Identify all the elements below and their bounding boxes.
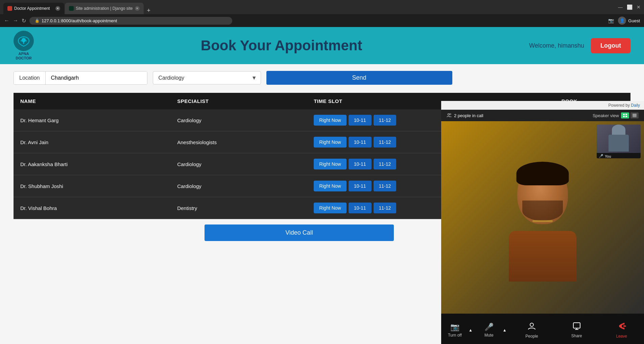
minimize-icon[interactable]: — — [618, 4, 623, 10]
thumb-person-sim — [609, 125, 629, 153]
mute-control-group: 🎤 Mute ▲ — [475, 316, 509, 344]
logo-icon — [14, 31, 34, 51]
svg-rect-2 — [623, 114, 625, 115]
share-button[interactable]: Share — [554, 316, 599, 344]
time-slot-button[interactable]: 10-11 — [349, 203, 372, 213]
mute-chevron-icon: ▲ — [503, 328, 507, 333]
view-icons — [621, 112, 639, 118]
col-name: NAME — [14, 93, 170, 109]
svg-rect-10 — [573, 323, 580, 328]
right-now-button[interactable]: Right Now — [314, 181, 347, 191]
time-slot-button[interactable]: 10-11 — [349, 159, 372, 169]
time-slot-button[interactable]: 10-11 — [349, 181, 372, 191]
forward-button[interactable]: → — [13, 18, 18, 24]
location-label: Location — [14, 72, 46, 84]
time-slot-button[interactable]: 11-12 — [374, 115, 397, 126]
video-overlay: Powered by Daily 2 people in call Speake… — [441, 101, 644, 344]
tab-django-admin[interactable]: Site administration | Django site ✕ — [65, 3, 144, 14]
send-button[interactable]: Send — [266, 71, 452, 85]
time-slot-button[interactable]: 11-12 — [374, 181, 397, 191]
daily-link[interactable]: Daily — [631, 103, 640, 108]
video-call-button[interactable]: Video Call — [205, 224, 394, 241]
url-text: 127.0.0.1:8000/auth/book-appointment — [42, 18, 117, 23]
thumb-video-area — [597, 125, 641, 153]
right-now-button[interactable]: Right Now — [314, 159, 347, 169]
svg-rect-7 — [633, 115, 637, 116]
tab-title-doctor: Doctor Appointment — [14, 6, 50, 11]
overlay-header: Powered by Daily — [441, 101, 644, 110]
search-row: Location Cardiology Anesthesiologists De… — [14, 71, 630, 85]
address-bar-row: ← → ↻ 🔒 127.0.0.1:8000/auth/book-appoint… — [0, 14, 644, 27]
people-count-icon — [447, 113, 452, 118]
camera-label: Turn off — [448, 333, 462, 338]
powered-by-text: Powered by Daily — [609, 103, 640, 108]
tab-doctor-appointment[interactable]: Doctor Appointment ✕ — [3, 3, 64, 14]
doctor-specialist: Cardiology — [170, 175, 307, 197]
time-slot-button[interactable]: 10-11 — [349, 137, 372, 148]
camera-chevron-button[interactable]: ▲ — [466, 326, 475, 335]
tab-title-django: Site administration | Django site — [76, 6, 133, 11]
mute-button[interactable]: 🎤 Mute — [475, 321, 500, 340]
camera-icon: 📷 — [450, 323, 459, 332]
people-button[interactable]: People — [509, 316, 554, 344]
tab-close-doctor[interactable]: ✕ — [55, 6, 60, 11]
time-slot-button[interactable]: 10-11 — [349, 115, 372, 126]
video-controls-bar: 📷 Turn off ▲ 🎤 Mute ▲ — [441, 314, 644, 344]
doctor-specialist: Cardiology — [170, 153, 307, 175]
restore-icon[interactable]: ⬜ — [627, 4, 633, 10]
window-controls: — ⬜ ✕ — [618, 4, 641, 10]
tab-favicon-django — [69, 6, 74, 11]
grid-view-icon[interactable] — [621, 112, 629, 118]
speaker-view: Speaker view — [593, 112, 639, 118]
people-count-text: 2 people in call — [454, 113, 483, 118]
new-tab-button[interactable]: + — [144, 7, 153, 14]
camera-chevron-icon: ▲ — [469, 328, 473, 333]
right-now-button[interactable]: Right Now — [314, 137, 347, 148]
logo-container: APNA DOCTOR — [14, 31, 34, 60]
people-count: 2 people in call — [447, 113, 483, 118]
right-now-button[interactable]: Right Now — [314, 203, 347, 213]
specialty-select[interactable]: Cardiology Anesthesiologists Dentistry O… — [153, 71, 261, 84]
mute-chevron-button[interactable]: ▲ — [500, 326, 509, 335]
share-icon — [573, 322, 581, 332]
svg-point-1 — [450, 113, 451, 115]
user-avatar: 👤 — [618, 17, 626, 25]
browser-tabs: Doctor Appointment ✕ Site administration… — [3, 0, 153, 14]
back-button[interactable]: ← — [4, 18, 9, 24]
app-header: APNA DOCTOR Book Your Appointment Welcom… — [0, 27, 644, 64]
welcome-message: Welcome, himanshu — [529, 42, 584, 49]
self-view-label: 🎤 You — [597, 153, 641, 158]
camera-toggle-button[interactable]: 📷 Turn off — [441, 321, 466, 340]
svg-point-9 — [530, 323, 533, 326]
logout-button[interactable]: Logout — [591, 38, 630, 53]
reload-button[interactable]: ↻ — [22, 18, 26, 24]
tab-close-django[interactable]: ✕ — [135, 6, 140, 11]
logo-line2: DOCTOR — [16, 56, 31, 60]
svg-rect-6 — [633, 114, 637, 115]
svg-rect-5 — [625, 116, 627, 117]
doctor-name: Dr. Hemant Garg — [14, 109, 170, 131]
time-slot-button[interactable]: 11-12 — [374, 137, 397, 148]
call-info-bar: 2 people in call Speaker view — [441, 110, 644, 121]
leave-label: Leave — [616, 334, 627, 339]
lock-icon: 🔒 — [35, 19, 40, 23]
cast-icon: 📷 — [608, 18, 614, 23]
leave-button[interactable]: Leave — [599, 316, 644, 344]
close-icon[interactable]: ✕ — [637, 4, 641, 10]
specialty-select-wrapper: Cardiology Anesthesiologists Dentistry O… — [153, 71, 261, 84]
doctor-name: Dr. Vishal Bohra — [14, 197, 170, 219]
people-label: People — [525, 334, 538, 339]
address-bar[interactable]: 🔒 127.0.0.1:8000/auth/book-appointment — [29, 17, 232, 25]
video-main-area: 🎤 You — [441, 121, 644, 314]
main-person-sim — [499, 153, 587, 282]
time-slot-button[interactable]: 11-12 — [374, 203, 397, 213]
user-profile-badge[interactable]: 👤 Guest — [618, 17, 640, 25]
list-view-icon[interactable] — [630, 112, 639, 118]
user-name: Guest — [628, 18, 640, 23]
time-slot-button[interactable]: 11-12 — [374, 159, 397, 169]
browser-toolbar-right: 📷 👤 Guest — [608, 17, 640, 25]
browser-chrome: Doctor Appointment ✕ Site administration… — [0, 0, 644, 14]
location-input[interactable] — [46, 72, 147, 84]
self-view-thumbnail: 🎤 You — [597, 125, 641, 158]
right-now-button[interactable]: Right Now — [314, 115, 347, 126]
